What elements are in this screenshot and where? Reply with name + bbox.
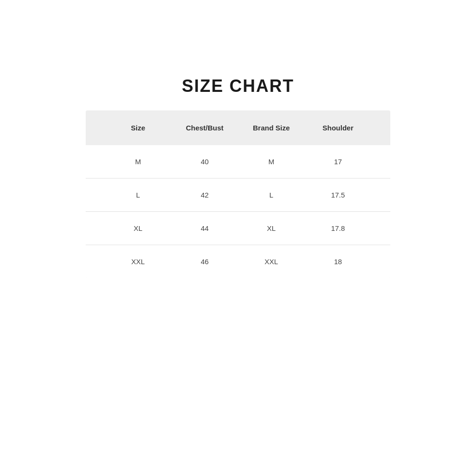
table-row: XXL 46 XXL 18 [86,245,390,278]
cell-shoulder-xxl: 18 [305,258,371,266]
table-body: M 40 M 17 L 42 L 17.5 XL 44 XL 17.8 XXL … [86,145,390,278]
cell-size-m: M [105,158,171,166]
table-row: M 40 M 17 [86,145,390,178]
cell-brand-xl: XL [238,224,305,232]
table-header-row: Size Chest/Bust Brand Size Shoulder [86,110,390,145]
table-row: XL 44 XL 17.8 [86,212,390,245]
cell-chest-l: 42 [171,191,238,199]
header-shoulder: Shoulder [305,124,371,132]
cell-brand-m: M [238,158,305,166]
cell-size-l: L [105,191,171,199]
cell-brand-l: L [238,191,305,199]
cell-chest-m: 40 [171,158,238,166]
cell-size-xxl: XXL [105,258,171,266]
size-chart-table: Size Chest/Bust Brand Size Shoulder M 40… [86,110,390,278]
cell-shoulder-xl: 17.8 [305,224,371,232]
cell-chest-xxl: 46 [171,258,238,266]
header-chest: Chest/Bust [171,124,238,132]
table-row: L 42 L 17.5 [86,178,390,212]
cell-brand-xxl: XXL [238,258,305,266]
header-size: Size [105,124,171,132]
page-container: SIZE CHART Size Chest/Bust Brand Size Sh… [0,0,476,476]
header-brand: Brand Size [238,124,305,132]
cell-size-xl: XL [105,224,171,232]
cell-shoulder-m: 17 [305,158,371,166]
cell-shoulder-l: 17.5 [305,191,371,199]
cell-chest-xl: 44 [171,224,238,232]
page-title: SIZE CHART [182,76,294,96]
